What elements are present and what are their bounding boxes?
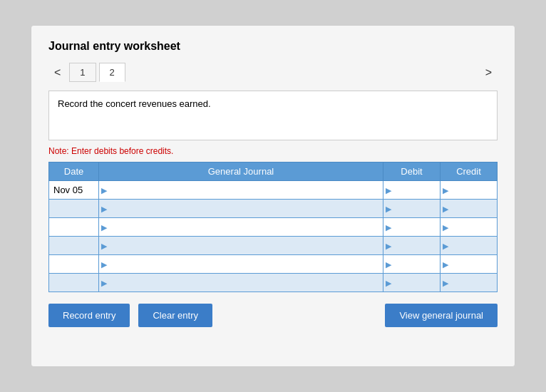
cell-arrow-icon: ▶	[443, 185, 448, 195]
cell-debit-1[interactable]: ▶	[383, 200, 441, 218]
note-text: Note: Enter debits before credits.	[48, 146, 498, 156]
cell-journal-3[interactable]: ▶	[99, 237, 383, 255]
next-nav-button[interactable]: >	[480, 63, 498, 82]
cell-date-1[interactable]	[49, 200, 99, 218]
cell-journal-1[interactable]: ▶	[99, 200, 383, 218]
col-header-date: Date	[49, 163, 99, 181]
cell-credit-3[interactable]: ▶	[441, 237, 498, 255]
view-general-journal-button[interactable]: View general journal	[385, 304, 498, 327]
table-row: ▶▶▶	[49, 200, 498, 218]
cell-debit-0[interactable]: ▶	[383, 181, 441, 200]
cell-arrow-icon: ▶	[101, 185, 107, 195]
journal-table: Date General Journal Debit Credit Nov 05…	[48, 162, 498, 292]
instruction-text: Record the concert revenues earned.	[58, 98, 211, 109]
cell-arrow-icon: ▶	[443, 278, 448, 287]
cell-arrow-icon: ▶	[386, 241, 391, 250]
col-header-debit: Debit	[383, 163, 441, 181]
cell-arrow-icon: ▶	[101, 222, 107, 232]
cell-debit-5[interactable]: ▶	[383, 274, 441, 292]
cell-arrow-icon: ▶	[101, 278, 107, 287]
prev-nav-button[interactable]: <	[48, 63, 66, 82]
table-row: ▶▶▶	[49, 218, 498, 237]
cell-journal-4[interactable]: ▶	[99, 255, 383, 274]
cell-arrow-icon: ▶	[386, 222, 391, 232]
tab-1[interactable]: 1	[69, 63, 96, 82]
cell-arrow-icon: ▶	[443, 259, 448, 269]
cell-arrow-icon: ▶	[386, 259, 391, 269]
cell-date-0[interactable]: Nov 05	[49, 181, 99, 200]
clear-entry-button[interactable]: Clear entry	[138, 304, 212, 327]
cell-credit-0[interactable]: ▶	[441, 181, 498, 200]
worksheet-container: Journal entry worksheet < 1 2 > Record t…	[31, 25, 515, 367]
cell-journal-0[interactable]: ▶	[99, 181, 383, 200]
cell-date-4[interactable]	[49, 255, 99, 274]
buttons-row: Record entry Clear entry View general jo…	[48, 304, 498, 327]
cell-date-5[interactable]	[49, 274, 99, 292]
cell-arrow-icon: ▶	[443, 222, 448, 232]
tab-2[interactable]: 2	[99, 63, 125, 82]
col-header-journal: General Journal	[99, 163, 383, 181]
table-row: ▶▶▶	[49, 255, 498, 274]
cell-arrow-icon: ▶	[101, 204, 107, 213]
cell-credit-5[interactable]: ▶	[441, 274, 498, 292]
cell-debit-4[interactable]: ▶	[383, 255, 441, 274]
cell-date-3[interactable]	[49, 237, 99, 255]
instruction-box: Record the concert revenues earned.	[48, 91, 498, 140]
cell-debit-3[interactable]: ▶	[383, 237, 441, 255]
col-header-credit: Credit	[441, 163, 498, 181]
cell-credit-1[interactable]: ▶	[441, 200, 498, 218]
tabs-row: < 1 2 >	[48, 63, 498, 82]
cell-arrow-icon: ▶	[443, 241, 448, 250]
cell-arrow-icon: ▶	[386, 185, 391, 195]
page-title: Journal entry worksheet	[48, 40, 498, 53]
cell-arrow-icon: ▶	[101, 259, 107, 269]
cell-credit-2[interactable]: ▶	[441, 218, 498, 237]
cell-arrow-icon: ▶	[443, 204, 448, 213]
cell-journal-5[interactable]: ▶	[99, 274, 383, 292]
cell-arrow-icon: ▶	[386, 204, 391, 213]
table-row: ▶▶▶	[49, 274, 498, 292]
cell-debit-2[interactable]: ▶	[383, 218, 441, 237]
table-row: ▶▶▶	[49, 237, 498, 255]
cell-credit-4[interactable]: ▶	[441, 255, 498, 274]
cell-arrow-icon: ▶	[386, 278, 391, 287]
cell-journal-2[interactable]: ▶	[99, 218, 383, 237]
cell-date-2[interactable]	[49, 218, 99, 237]
record-entry-button[interactable]: Record entry	[48, 304, 130, 327]
cell-arrow-icon: ▶	[101, 241, 107, 250]
table-row: Nov 05▶▶▶	[49, 181, 498, 200]
